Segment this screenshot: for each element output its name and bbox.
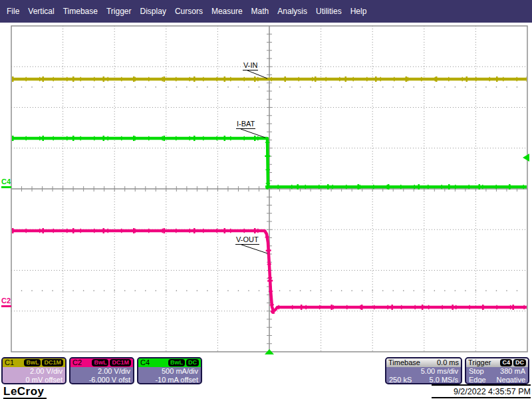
menu-utilities[interactable]: Utilities: [316, 7, 342, 16]
channel-offset: -6.000 V ofst: [70, 376, 133, 384]
menu-vertical[interactable]: Vertical: [28, 7, 54, 16]
c4-zero-marker[interactable]: C4: [1, 178, 12, 188]
timebase-offset: 0.0 ms: [437, 358, 459, 367]
channel-offset: -10 mA offset: [138, 376, 201, 384]
menu-math[interactable]: Math: [251, 7, 269, 16]
trigger-source-badge: C4: [500, 359, 512, 366]
timebase-rate: 5.0 MS/s: [430, 376, 458, 384]
coupling-badge: DC1M: [110, 359, 131, 366]
timebase-box[interactable]: Timebase 0.0 ms 5.00 ms/div 250 kS 5.0 M…: [385, 357, 462, 384]
c4-zero-bar: [1, 186, 11, 188]
trigger-header: Trigger C4 DC: [466, 358, 528, 367]
annotations: [241, 70, 529, 354]
menu-cursors[interactable]: Cursors: [175, 7, 203, 16]
coupling-badge: DC: [186, 359, 199, 366]
bwl-badge: BwL: [168, 359, 185, 366]
trigger-level-marker[interactable]: [523, 154, 529, 162]
trigger-box[interactable]: Trigger C4 DC Stop 380 mA Edge Negative: [465, 357, 529, 384]
ibat-callout-line: [241, 129, 265, 138]
channel-box-c1-header: C1 BwL DC1M: [3, 358, 65, 367]
timebase-samples: 250 kS: [389, 376, 412, 384]
channel-id: C1: [5, 358, 14, 367]
menu-display[interactable]: Display: [140, 7, 166, 16]
timebase-header: Timebase 0.0 ms: [386, 358, 461, 367]
vout-trace-label: V-OUT: [235, 235, 259, 245]
menu-bar: File Vertical Timebase Trigger Display C…: [0, 0, 532, 23]
menu-measure[interactable]: Measure: [211, 7, 243, 16]
c2-zero-label: C2: [1, 297, 11, 305]
menu-analysis[interactable]: Analysis: [277, 7, 307, 16]
menu-trigger[interactable]: Trigger: [106, 7, 132, 16]
trigger-mode: Stop: [469, 367, 484, 376]
waveform-traces: [12, 79, 527, 311]
channel-box-c1[interactable]: C1 BwL DC1M 2.00 V/div 0 mV offset: [1, 357, 66, 384]
channel-box-c2-header: C2 BwL DC1M: [70, 358, 133, 367]
scope-display: [0, 0, 532, 399]
lecroy-logo: LeCroy: [3, 385, 47, 399]
channel-box-c2[interactable]: C2 BwL DC1M 2.00 V/div -6.000 V ofst: [69, 357, 134, 384]
menu-file[interactable]: File: [7, 7, 19, 16]
menu-timebase[interactable]: Timebase: [63, 7, 98, 16]
trigger-time-marker[interactable]: [265, 349, 274, 354]
channel-scale: 500 mA/div: [138, 367, 201, 376]
trigger-title: Trigger: [468, 358, 491, 367]
oscilloscope-screen: File Vertical Timebase Trigger Display C…: [0, 0, 532, 399]
bwl-badge: BwL: [92, 359, 108, 366]
timebase-title: Timebase: [388, 358, 420, 367]
channel-scale: 2.00 V/div: [70, 367, 133, 376]
channel-id: C4: [140, 358, 150, 367]
channel-offset: 0 mV offset: [3, 376, 65, 384]
vout-callout-line: [241, 245, 267, 253]
menu-help[interactable]: Help: [350, 7, 367, 16]
bwl-badge: BwL: [24, 359, 41, 366]
vin-trace-label: V-IN: [243, 61, 258, 70]
coupling-badge: DC1M: [42, 359, 63, 366]
ibat-trace-label: I-BAT: [236, 120, 255, 129]
timebase-scale: 5.00 ms/div: [421, 367, 458, 376]
trigger-type: Edge: [469, 376, 486, 384]
trigger-level: 380 mA: [500, 367, 525, 376]
trigger-coupling-badge: DC: [513, 359, 526, 366]
channel-box-c4[interactable]: C4 BwL DC 500 mA/div -10 mA offset: [137, 357, 202, 384]
channel-box-c4-header: C4 BwL DC: [138, 358, 201, 367]
graticule: [11, 26, 527, 352]
c2-zero-bar: [1, 305, 11, 307]
c2-zero-marker[interactable]: C2: [1, 297, 12, 307]
c4-zero-label: C4: [1, 178, 11, 186]
channel-id: C2: [72, 358, 82, 367]
datetime-status: 9/2/2022 4:35:57 PM: [432, 384, 531, 398]
trigger-slope: Negative: [497, 376, 525, 384]
vin-callout-line: [247, 70, 267, 78]
channel-scale: 2.00 V/div: [3, 367, 65, 376]
